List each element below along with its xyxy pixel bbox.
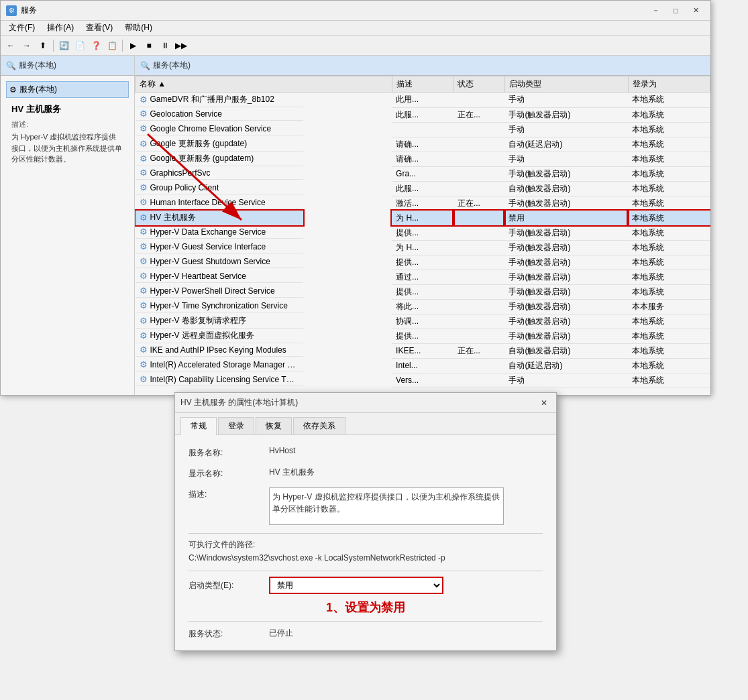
table-row[interactable]: ⚙Hyper-V Heartbeat Service通过...手动(触发器启动)… (136, 270, 710, 284)
service-gear-icon: ⚙ (140, 109, 148, 119)
stop-button[interactable]: ■ (142, 38, 156, 53)
table-row[interactable]: ⚙Hyper-V PowerShell Direct Service提供...手… (136, 284, 710, 299)
service-name-text: Group Policy Client (150, 183, 219, 192)
forward-button[interactable]: → (19, 38, 34, 53)
service-status-cell: 正在... (453, 343, 505, 358)
exec-path-value: C:\Windows\system32\svchost.exe -k Local… (189, 553, 543, 563)
col-header-name[interactable]: 名称 ▲ (136, 76, 392, 93)
col-header-startup[interactable]: 启动类型 (504, 76, 628, 93)
table-row[interactable]: ⚙Google Chrome Elevation Service手动本地系统 (136, 122, 710, 137)
help-button[interactable]: ❓ (89, 38, 103, 53)
service-login-cell: 本地系统 (628, 270, 710, 284)
maximize-button[interactable]: □ (666, 4, 685, 17)
export-button[interactable]: 📄 (72, 38, 87, 53)
table-row[interactable]: ⚙Group Policy Client此服...自动(触发器启动)本地系统 (136, 181, 710, 196)
desc-label: 描述: (189, 487, 269, 500)
service-gear-icon: ⚙ (140, 154, 148, 164)
col-header-desc[interactable]: 描述 (392, 76, 453, 93)
table-row[interactable]: ⚙Hyper-V 远程桌面虚拟化服务提供...手动(触发器启动)本地系统 (136, 329, 710, 343)
table-row[interactable]: ⚙GraphicsPerfSvcGra...手动(触发器启动)本地系统 (136, 166, 710, 181)
table-wrapper[interactable]: 名称 ▲ 描述 状态 启动类型 登录为 ⚙GameDVR 和广播用户服务_8b1… (135, 76, 710, 395)
startup-select-wrapper: 自动自动(延迟启动)手动禁用 (269, 577, 443, 594)
dialog-close-button[interactable]: ✕ (537, 397, 551, 409)
table-row[interactable]: ⚙HV 主机服务为 H...禁用本地系统 (136, 211, 710, 225)
col-header-status[interactable]: 状态 (453, 76, 505, 93)
menu-help[interactable]: 帮助(H) (119, 21, 158, 35)
tab-general[interactable]: 常规 (180, 417, 217, 435)
run-button[interactable]: ▶ (125, 38, 140, 53)
service-desc-cell: 提供... (392, 284, 453, 299)
service-login-cell: 本地系统 (628, 314, 710, 329)
service-desc-cell: 此用... (392, 93, 453, 108)
col-header-login[interactable]: 登录为 (628, 76, 710, 93)
dialog-tabs: 常规 登录 恢复 依存关系 (175, 413, 556, 435)
service-name-cell: ⚙Intel(R) Capability Licensing Service T… (136, 373, 303, 386)
tab-dependencies[interactable]: 依存关系 (293, 417, 345, 434)
menu-file[interactable]: 文件(F) (3, 21, 40, 35)
back-button[interactable]: ← (3, 38, 18, 53)
exec-path-row: 可执行文件的路径: C:\Windows\system32\svchost.ex… (189, 539, 543, 563)
hv-desc-text: 为 Hyper-V 虚拟机监控程序提供接口，以便为主机操作系统提供单分区性能计数… (11, 131, 123, 165)
annotation-text: 1、设置为禁用 (189, 599, 543, 616)
resume-button[interactable]: ▶▶ (174, 38, 189, 53)
hv-info: HV 主机服务 描述: 为 Hyper-V 虚拟机监控程序提供接口，以便为主机操… (6, 98, 129, 170)
table-row[interactable]: ⚙Geolocation Service此服...正在...手动(触发器启动)本… (136, 107, 710, 122)
up-button[interactable]: ⬆ (36, 38, 50, 53)
dialog-divider-2 (189, 571, 543, 571)
service-status-cell (453, 122, 505, 137)
table-row[interactable]: ⚙Hyper-V Guest Shutdown Service提供...手动(触… (136, 255, 710, 270)
table-row[interactable]: ⚙Hyper-V Data Exchange Service提供...手动(触发… (136, 225, 710, 240)
service-status-cell (453, 329, 505, 343)
service-name-cell: ⚙Google Chrome Elevation Service (136, 122, 303, 135)
table-row[interactable]: ⚙Hyper-V 卷影复制请求程序协调...手动(触发器启动)本地系统 (136, 314, 710, 329)
service-gear-icon: ⚙ (140, 182, 148, 192)
table-row[interactable]: ⚙Intel(R) Accelerated Storage Manager Se… (136, 358, 710, 373)
table-row[interactable]: ⚙IKE and AuthIP IPsec Keying ModulesIKEE… (136, 343, 710, 358)
refresh-button[interactable]: 🔄 (56, 38, 71, 53)
left-panel-header-icon: 🔍 (6, 61, 16, 70)
service-login-cell: 本本服务 (628, 299, 710, 314)
service-startup-cell: 自动(延迟启动) (504, 358, 628, 373)
exec-path-label: 可执行文件的路径: (189, 539, 543, 550)
table-row[interactable]: ⚙Google 更新服务 (gupdatem)请确...手动本地系统 (136, 152, 710, 166)
table-row[interactable]: ⚙Hyper-V Guest Service Interface为 H...手动… (136, 240, 710, 255)
service-startup-cell: 禁用 (504, 211, 628, 225)
table-row[interactable]: ⚙Intel(R) Capability Licensing Service T… (136, 373, 710, 388)
service-login-cell: 本地系统 (628, 255, 710, 270)
service-login-cell: 本地系统 (628, 122, 710, 137)
tab-recovery[interactable]: 恢复 (256, 417, 292, 434)
service-name-text: Hyper-V Guest Shutdown Service (150, 257, 270, 266)
desc-box[interactable]: 为 Hyper-V 虚拟机监控程序提供接口，以便为主机操作系统提供单分区性能计数… (269, 487, 504, 525)
table-row[interactable]: ⚙GameDVR 和广播用户服务_8b102此用...手动本地系统 (136, 93, 710, 108)
service-gear-icon: ⚙ (140, 213, 148, 223)
service-local-item[interactable]: ⚙ 服务(本地) (6, 81, 129, 98)
service-name-cell: ⚙Google 更新服务 (gupdate) (136, 137, 303, 152)
dialog-content: 服务名称: HvHost 显示名称: HV 主机服务 描述: 为 Hyper-V… (175, 435, 556, 650)
service-startup-cell: 手动(触发器启动) (504, 314, 628, 329)
startup-type-select[interactable]: 自动自动(延迟启动)手动禁用 (269, 577, 443, 594)
left-panel: 🔍 服务(本地) ⚙ 服务(本地) HV 主机服务 描述: 为 Hyper-V … (1, 56, 135, 395)
service-name-text: Geolocation Service (150, 109, 222, 119)
service-desc-cell: 激活... (392, 196, 453, 211)
menu-action[interactable]: 操作(A) (42, 21, 79, 35)
service-gear-icon: ⚙ (140, 168, 148, 178)
service-status-cell (453, 314, 505, 329)
tab-login[interactable]: 登录 (218, 417, 254, 434)
pause-button[interactable]: ⏸ (158, 38, 172, 53)
service-desc-cell: 此服... (392, 107, 453, 122)
close-button[interactable]: ✕ (686, 4, 705, 17)
startup-type-row: 启动类型(E): 自动自动(延迟启动)手动禁用 (189, 577, 543, 594)
table-row[interactable]: ⚙Google 更新服务 (gupdate)请确...自动(延迟启动)本地系统 (136, 137, 710, 152)
minimize-button[interactable]: － (646, 4, 665, 17)
service-name-cell: ⚙Intel(R) Accelerated Storage Manager Se… (136, 358, 303, 371)
service-startup-cell: 手动 (504, 373, 628, 388)
service-status-cell (453, 152, 505, 166)
service-name-text: Google Chrome Elevation Service (150, 124, 272, 133)
service-status-cell (453, 270, 505, 284)
table-row[interactable]: ⚙Hyper-V Time Synchronization Service将此.… (136, 299, 710, 314)
service-status-label: 服务状态: (189, 627, 269, 640)
table-row[interactable]: ⚙Human Interface Device Service激活...正在..… (136, 196, 710, 211)
menu-view[interactable]: 查看(V) (81, 21, 118, 35)
service-startup-cell: 手动 (504, 122, 628, 137)
console-button[interactable]: 📋 (105, 38, 119, 53)
